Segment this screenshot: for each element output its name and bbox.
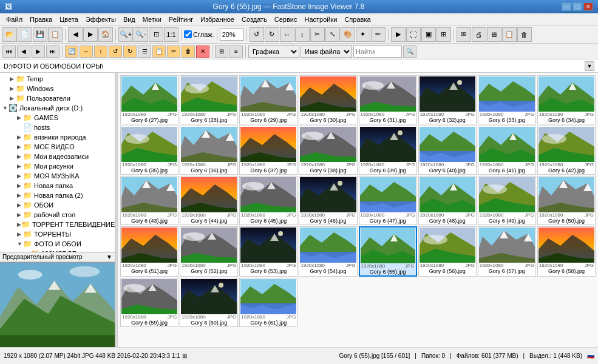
thumb-item[interactable]: 1920x1080JPGGory 6 (47).jpg [359,176,417,225]
thumb-item[interactable]: 1920x1080JPGGory 6 (55).jpg [359,226,417,277]
sort-select[interactable]: Имя файла Дата Размер [301,46,352,58]
close-button[interactable]: ✕ [583,2,593,11]
thumb-item[interactable]: 1920x1080JPGGory 6 (34).jpg [537,75,596,124]
save-as-button[interactable]: 📋 [48,27,63,42]
copy-button[interactable]: 📋 [502,27,517,42]
menu-view[interactable]: Вид [120,15,139,24]
tree-item-newfolder2[interactable]: ▶ 📁 Новая папка (2) [1,190,114,200]
thumb-item[interactable]: 1920x1080JPGGory 6 (52).jpg [180,226,238,277]
zoom-fit-button[interactable]: ⊡ [149,27,163,42]
thumb-item[interactable]: 1920x1080JPGGory 6 (42).jpg [537,126,596,175]
zoom-actual-button[interactable]: 1:1 [164,27,178,42]
delete2-button[interactable]: 🗑 [182,46,195,58]
thumb-item[interactable]: 1920x1080JPGGory 6 (38).jpg [299,126,357,175]
open-file-button[interactable]: 📄 [18,27,32,42]
multi-button[interactable]: ⊞ [437,27,451,42]
select-all-button[interactable]: ☰ [138,46,151,58]
tree-item-windows[interactable]: ▶ 📁 Windows [1,84,114,93]
draw-button[interactable]: ✏ [371,27,386,42]
smooth-checkbox[interactable] [184,30,192,38]
print-button[interactable]: 🖨 [472,27,486,42]
menu-colors[interactable]: Цвета [56,15,82,24]
search-input[interactable] [353,46,402,58]
menu-effects[interactable]: Эффекты [82,15,120,24]
wallpaper-button[interactable]: 🖥 [487,27,501,42]
cut-button[interactable]: ✂ [167,46,180,58]
preview-toggle[interactable]: ▼ [106,254,112,260]
open-folder-button[interactable]: 📂 [2,27,17,42]
flip-v-button[interactable]: ↕ [295,27,310,42]
tree-item-myvideos[interactable]: ▶ 📁 Мои видеозаписи [1,152,114,161]
thumb-item[interactable]: 1920x1080JPGGory 6 (54).jpg [299,226,357,277]
thumb-item[interactable]: 1920x1080JPGGory 6 (43).jpg [120,176,178,225]
maximize-button[interactable]: □ [573,2,582,11]
tree-item-drawings[interactable]: ▶ 📁 Мои рисунки [1,161,114,171]
tree-item-wallpapers[interactable]: ▶ 📁 ОБОИ [1,200,114,210]
tree-item-locald[interactable]: ▼ 💽 Локальный диск (D:) [1,103,114,113]
refresh-button[interactable]: 🔄 [65,46,78,58]
save-button[interactable]: 💾 [33,27,47,42]
thumb-item[interactable]: 1920x1080JPGGory 6 (37).jpg [239,126,297,175]
thumb-item[interactable]: 1920x1080JPGGory 6 (56).jpg [418,226,477,277]
delete-button[interactable]: 🗑 [517,27,532,42]
thumb-item[interactable]: 1920x1080JPGGory 6 (35).jpg [120,126,178,175]
tree-item-users[interactable]: ▶ 📁 Пользователи [1,93,114,103]
tree-item-music[interactable]: ▶ 📁 МОЯ МУЗЫКА [1,171,114,181]
tree-item-torrent-tv[interactable]: ▶ 📁 ТОРРЕНТ ТЕЛЕВИДЕНИЕ [1,220,114,229]
fullscreen-button[interactable]: ⛶ [406,27,421,42]
prev-button[interactable]: ◀ [68,27,83,42]
flip-v2-button[interactable]: ↕ [94,46,107,58]
nav-last-button[interactable]: ⏭ [46,46,59,58]
minimize-button[interactable]: — [562,2,571,11]
tree-item-desktop[interactable]: ▶ 📁 рабочий стол [1,210,114,220]
sharpen-button[interactable]: ✦ [356,27,370,42]
thumb-item[interactable]: 1920x1080JPGGory 6 (30).jpg [299,75,357,124]
thumb-item[interactable]: 1920x1080JPGGory 6 (50).jpg [537,176,596,225]
zoom-in-button[interactable]: 🔍+ [118,27,133,42]
tree-item-newfolder[interactable]: ▶ 📁 Новая папка [1,181,114,190]
crop-button[interactable]: ✂ [310,27,325,42]
tree-item-hosts[interactable]: 📄 hosts [1,123,114,132]
nav-next-button[interactable]: ▶ [32,46,45,58]
thumb-item[interactable]: 1920x1080JPGGory 6 (61).jpg [239,278,297,327]
menu-tools[interactable]: Сервис [271,15,301,24]
rotate-ccw2-button[interactable]: ↺ [109,46,122,58]
smooth-toggle[interactable]: Сглаж. [184,30,214,38]
menu-rating[interactable]: Рейтинг [165,15,197,24]
thumb-item[interactable]: 1920x1080JPGGory 6 (49).jpg [478,176,536,225]
thumb-item[interactable]: 1920x1080JPGGory 6 (40).jpg [418,126,477,175]
thumb-item[interactable]: 1920x1080JPGGory 6 (48).jpg [418,176,477,225]
tree-item-nature[interactable]: ▶ 📁 вязники природа [1,132,114,142]
thumb-item[interactable]: 1920x1080JPGGory 6 (51).jpg [120,226,178,277]
next-button[interactable]: ▶ [83,27,98,42]
path-dropdown-button[interactable]: ▼ [585,61,594,71]
color-button[interactable]: 🎨 [341,27,355,42]
thumb-item[interactable]: 1920x1080JPGGory 6 (53).jpg [239,226,297,277]
search-button[interactable]: 🔍 [403,46,416,58]
mode-select[interactable]: Графика Все файлы [248,46,299,58]
slideshow-button[interactable]: ▶ [391,27,406,42]
menu-help[interactable]: Справка [341,15,374,24]
thumb-item[interactable]: 1920x1080JPGGory 6 (46).jpg [299,176,357,225]
menu-edit[interactable]: Правка [26,15,56,24]
email-button[interactable]: ✉ [457,27,471,42]
home-button[interactable]: 🏠 [98,27,113,42]
thumb-item[interactable]: 1920x1080JPGGory 6 (32).jpg [418,75,477,124]
thumb-item[interactable]: 1920x1080JPGGory 6 (44).jpg [180,176,238,225]
tree-item-temp[interactable]: ▶ 📁 Temp [1,74,114,84]
rotate-left-button[interactable]: ↺ [250,27,264,42]
thumb-item[interactable]: 1920x1080JPGGory 6 (41).jpg [478,126,536,175]
thumb-item[interactable]: 1920x1080JPGGory 6 (31).jpg [359,75,417,124]
menu-marks[interactable]: Метки [139,15,165,24]
menu-favorites[interactable]: Избранное [197,15,238,24]
thumb-item[interactable]: 1920x1080JPGGory 6 (39).jpg [359,126,417,175]
zoom-input[interactable] [220,29,244,41]
menu-settings[interactable]: Настройки [301,15,341,24]
nav-first-button[interactable]: ⏮ [2,46,16,58]
cancel-button[interactable]: ✕ [196,46,209,58]
rotate-right-button[interactable]: ↻ [265,27,279,42]
compare-button[interactable]: ▣ [421,27,436,42]
resize-button[interactable]: ⤡ [325,27,340,42]
thumb-item[interactable]: 1920x1080JPGGory 6 (27).jpg [120,75,178,124]
nav-prev-button[interactable]: ◀ [17,46,30,58]
